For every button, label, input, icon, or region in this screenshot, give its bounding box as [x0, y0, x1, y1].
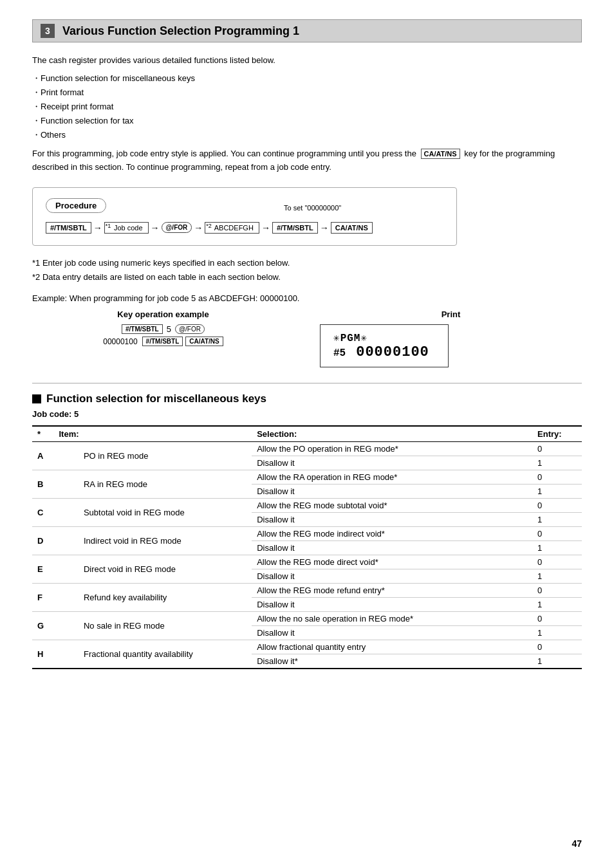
row-letter — [53, 555, 78, 584]
row-entry1: 0 — [532, 640, 582, 654]
row-star: G — [32, 612, 53, 640]
table-row: E Direct void in REG mode Allow the REG … — [32, 555, 582, 569]
table-row: D Indirect void in REG mode Allow the RE… — [32, 527, 582, 541]
th-entry: Entry: — [532, 426, 582, 442]
row-entry2: 1 — [532, 598, 582, 612]
key-abcdefgh: *2 ABCDEFGH — [205, 222, 259, 234]
row-star: C — [32, 499, 53, 527]
arrow-3: → — [194, 223, 203, 233]
ko-data: 00000100 — [103, 337, 137, 346]
row-sel1: Allow the REG mode direct void* — [252, 555, 532, 569]
ko-num: 5 — [167, 324, 171, 334]
row-item-name: Subtotal void in REG mode — [79, 499, 252, 527]
row-entry1: 0 — [532, 527, 582, 541]
row-star: A — [32, 442, 53, 470]
section-title: Various Function Selection Programming 1 — [62, 24, 299, 38]
row-sel2: Disallow it — [252, 626, 532, 640]
row-entry1: 0 — [532, 442, 582, 456]
row-entry2: 1 — [532, 513, 582, 527]
print-pgm: ✳PGM✳ — [333, 331, 435, 344]
section-header: 3 Various Function Selection Programming… — [32, 19, 582, 42]
row-entry1: 0 — [532, 499, 582, 513]
row-star: F — [32, 584, 53, 612]
table-row: G No sale in REG mode Allow the no sale … — [32, 612, 582, 626]
subsection-title: Function selection for miscellaneous key… — [32, 392, 582, 405]
row-entry2: 1 — [532, 569, 582, 584]
black-square-icon — [32, 394, 41, 403]
section-number: 3 — [41, 24, 55, 38]
procedure-container: Procedure To set "00000000" #/TM/SBTL → … — [32, 187, 457, 246]
arrow-5: → — [320, 223, 329, 233]
row-item-name: RA in REG mode — [79, 470, 252, 499]
example-title: Example: When programming for job code 5… — [32, 293, 582, 303]
bullet-list: Function selection for miscellaneous key… — [32, 71, 582, 142]
example-columns: Key operation example #/TM/SBTL 5 @/FOR … — [32, 309, 582, 367]
print-box: ✳PGM✳ #5 00000100 — [320, 324, 449, 367]
row-item-name: Direct void in REG mode — [79, 555, 252, 584]
row-sel1: Allow the no sale operation in REG mode* — [252, 612, 532, 626]
procedure-diagram: To set "00000000" #/TM/SBTL → *1 Job cod… — [46, 222, 441, 234]
row-letter — [53, 612, 78, 640]
row-letter — [53, 442, 78, 470]
row-item-name: Indirect void in REG mode — [79, 527, 252, 555]
row-item-name: Refund key availability — [79, 584, 252, 612]
row-sel2: Disallow it — [252, 485, 532, 499]
row-sel1: Allow the REG mode refund entry* — [252, 584, 532, 598]
row-letter — [53, 470, 78, 499]
row-sel1: Allow the REG mode subtotal void* — [252, 499, 532, 513]
bullet-item: Function selection for tax — [32, 114, 582, 128]
row-sel2: Disallow it — [252, 541, 532, 555]
table-row: A PO in REG mode Allow the PO operation … — [32, 442, 582, 456]
row-sel2: Disallow it — [252, 513, 532, 527]
intro-first-line: The cash register provides various detai… — [32, 54, 582, 68]
row-sel2: Disallow it — [252, 598, 532, 612]
print-data: 00000100 — [356, 344, 429, 360]
print-hash5: #5 — [333, 347, 346, 359]
row-item-name: No sale in REG mode — [79, 612, 252, 640]
row-sel1: Allow the REG mode indirect void* — [252, 527, 532, 541]
footnotes: *1 Enter job code using numeric keys spe… — [32, 256, 582, 284]
arrow-1: → — [93, 223, 102, 233]
row-star: B — [32, 470, 53, 499]
to-set-note: To set "00000000" — [284, 204, 341, 212]
procedure-section: Procedure To set "00000000" #/TM/SBTL → … — [32, 187, 582, 246]
row-letter — [53, 527, 78, 555]
row-sel1: Allow the PO operation in REG mode* — [252, 442, 532, 456]
table-row: F Refund key availability Allow the REG … — [32, 584, 582, 598]
print-column: Print ✳PGM✳ #5 00000100 — [320, 309, 582, 367]
ko-key-1: #/TM/SBTL — [122, 324, 163, 334]
row-entry1: 0 — [532, 555, 582, 569]
row-star: H — [32, 640, 53, 669]
key-jobcode: *1 Job code — [104, 222, 149, 234]
page-number: 47 — [572, 838, 582, 849]
th-item-label: Item: — [53, 426, 252, 442]
row-letter — [53, 584, 78, 612]
sup-2: *2 — [206, 223, 212, 229]
key-for: @/FOR — [162, 222, 192, 233]
row-entry2: 1 — [532, 654, 582, 669]
row-letter — [53, 499, 78, 527]
arrow-2: → — [151, 223, 160, 233]
key-caatns: CA/AT/NS — [331, 222, 373, 234]
row-entry1: 0 — [532, 470, 582, 485]
key-op-header: Key operation example — [32, 309, 294, 319]
bullet-item: Function selection for miscellaneous key… — [32, 71, 582, 86]
bullet-item: Receipt print format — [32, 100, 582, 114]
print-header: Print — [320, 309, 582, 319]
table-row: H Fractional quantity availability Allow… — [32, 640, 582, 654]
section-divider — [32, 383, 582, 383]
row-sel1: Allow the RA operation in REG mode* — [252, 470, 532, 485]
continuing-text: For this programming, job code entry sty… — [32, 147, 582, 174]
row-star: E — [32, 555, 53, 584]
continuing-part1: For this programming, job code entry sty… — [32, 149, 416, 158]
row-sel2: Disallow it* — [252, 654, 532, 669]
row-letter — [53, 640, 78, 669]
row-entry1: 0 — [532, 612, 582, 626]
row-entry2: 1 — [532, 626, 582, 640]
th-selection: Selection: — [252, 426, 532, 442]
arrow-4: → — [261, 223, 270, 233]
key-op-rows: #/TM/SBTL 5 @/FOR 00000100 #/TM/SBTL CA/… — [32, 324, 294, 346]
sup-1: *1 — [106, 223, 111, 229]
row-item-name: Fractional quantity availability — [79, 640, 252, 669]
ko-key-2: @/FOR — [175, 324, 205, 334]
